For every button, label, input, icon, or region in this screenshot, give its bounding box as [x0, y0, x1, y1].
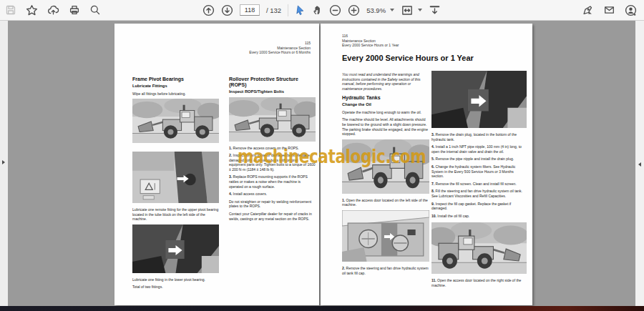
section-heading: Hydraulic Tanks — [342, 95, 429, 101]
toolbar: / 132 53.9% — [0, 0, 644, 21]
zoom-caret-icon[interactable] — [390, 9, 394, 11]
fit-width-icon[interactable] — [401, 4, 414, 16]
fit-caret-icon[interactable] — [418, 9, 422, 11]
section-heading: Rollover Protective Structure (ROPS) — [229, 76, 316, 88]
tools-pane-rail — [635, 20, 644, 306]
machine-photo — [229, 97, 316, 142]
numbered-step: 5. Remove the pipe nipple and install th… — [431, 157, 527, 162]
numbered-step: 4. Install a 1 inch NPT pipe nipple, 100… — [431, 144, 527, 154]
body-paragraph: Wipe all fittings before lubricating. — [132, 92, 219, 97]
header-interval: Every 1000 Service Hours or 6 Months — [249, 50, 311, 55]
body-paragraph: Contact your Caterpillar dealer for repa… — [229, 212, 316, 221]
numbered-step: 11. Open the access door located on the … — [431, 278, 527, 287]
page-number-input[interactable] — [240, 4, 260, 16]
body-paragraph: Do not straighten or repair by welding r… — [229, 199, 316, 209]
numbered-step: 3. Remove the drain plug, located in the… — [431, 132, 527, 142]
lower-pivot-closeup-photo — [132, 224, 219, 273]
step-number: 4. — [431, 144, 434, 149]
toolbar-center-group: / 132 53.9% — [203, 0, 441, 20]
step-number: 2. — [342, 266, 345, 270]
subsection-heading: Lubricate Fittings — [132, 84, 219, 89]
machine-photo — [132, 99, 219, 143]
step-text: Remove the fill screen. Clean and instal… — [436, 182, 517, 186]
left-page-column-1: Frame Pivot Bearings Lubricate Fittings … — [132, 76, 219, 292]
select-tool-icon[interactable] — [295, 4, 306, 16]
step-text: Open the access door located on the left… — [342, 198, 428, 207]
hand-tool-icon[interactable] — [312, 4, 323, 16]
toolbar-right-group — [582, 0, 637, 20]
upper-pivot-closeup-photo — [132, 152, 219, 203]
right-page-column-1: You must read and understand the warning… — [342, 72, 429, 278]
numbered-step: 7. Remove the fill screen. Clean and ins… — [431, 182, 527, 187]
account-icon[interactable] — [625, 4, 637, 16]
step-number: 3. — [431, 132, 434, 137]
subsection-heading: Inspect ROPS/Tighten Bolts — [229, 89, 316, 94]
navigation-pane-rail — [0, 20, 8, 306]
share-cloud-icon[interactable] — [47, 4, 59, 16]
numbered-step: 4. Install access covers. — [229, 192, 316, 197]
subsection-heading: Change the Oil — [342, 102, 429, 107]
step-text: Install the oil fill cap. — [437, 214, 469, 218]
header-interval: Every 2000 Service Hours or 1 Year — [342, 43, 399, 48]
step-number: 5. — [431, 157, 434, 161]
page-header: 115 Maintenance Section Every 1000 Servi… — [249, 41, 311, 55]
safety-notice: You must read and understand the warning… — [342, 72, 429, 91]
save-icon[interactable] — [5, 4, 16, 16]
toolbar-left-group — [5, 0, 101, 20]
step-number: 11. — [431, 278, 436, 282]
step-number: 7. — [431, 182, 434, 186]
page-header: 116 Maintenance Section Every 2000 Servi… — [342, 34, 399, 48]
step-text: Change the hydraulic system filters. See… — [431, 164, 515, 178]
body-paragraph: Lubricate one fitting in the lower pivot… — [132, 277, 219, 282]
zoom-level-label[interactable]: 53.9% — [366, 6, 386, 14]
step-number: 1. — [342, 198, 345, 202]
page-total-label: / 132 — [266, 6, 281, 14]
numbered-step: 2. Remove the steering and fan drive hyd… — [342, 266, 429, 275]
numbered-step: 1. Open the access door located on the l… — [342, 198, 429, 207]
step-number: 6. — [431, 164, 434, 169]
expand-left-pane-icon[interactable] — [2, 160, 5, 164]
step-text: Fill the steering and fan drive hydrauli… — [431, 189, 522, 198]
zoom-in-icon[interactable] — [348, 4, 360, 16]
pdf-reader-window: / 132 53.9% — [0, 0, 644, 311]
machine-right-side-photo — [431, 222, 527, 274]
step-text: Remove the steering and fan drive hydrau… — [342, 266, 429, 275]
numbered-step: 8. Fill the steering and fan drive hydra… — [431, 189, 527, 198]
zoom-out-icon[interactable] — [329, 4, 341, 16]
scroll-mode-icon[interactable] — [429, 4, 441, 16]
toolbar-divider — [288, 4, 288, 16]
step-number: 4. — [229, 192, 232, 196]
taskbar-edge-strip — [0, 306, 644, 311]
expand-right-pane-icon[interactable] — [638, 162, 641, 167]
step-text: Remove the drain plug, located in the bo… — [431, 132, 517, 142]
step-number: 3. — [229, 174, 232, 179]
step-text: Remove the pipe nipple and install the d… — [436, 157, 514, 161]
step-text: Install a 1 inch NPT pipe nipple, 100 mm… — [431, 144, 522, 154]
step-text: Inspect the fill cap gasket. Replace the… — [431, 202, 511, 211]
step-number: 2. — [229, 153, 232, 157]
section-heading: Frame Pivot Bearings — [132, 76, 219, 82]
page-up-icon[interactable] — [203, 4, 215, 16]
right-page-column-2: 3. Remove the drain plug, located in the… — [431, 71, 527, 291]
body-paragraph: Total of two fittings. — [132, 285, 219, 290]
search-icon[interactable] — [89, 4, 101, 16]
numbered-step: 9. Inspect the fill cap gasket. Replace … — [431, 202, 527, 211]
page-down-icon[interactable] — [221, 4, 233, 16]
body-paragraph: The machine should be level. All attachm… — [342, 117, 429, 136]
step-number: 9. — [431, 202, 434, 206]
step-number: 8. — [431, 189, 434, 193]
step-number: 10. — [431, 214, 436, 218]
numbered-step: 6. Change the hydraulic system filters. … — [431, 164, 527, 179]
fill-sign-pen-icon[interactable] — [582, 4, 594, 16]
numbered-step: 3. Replace ROPS mounting supports if the… — [229, 174, 316, 189]
numbered-step: 10. Install the oil fill cap. — [431, 214, 527, 219]
print-icon[interactable] — [69, 4, 80, 16]
chapter-title: Every 2000 Service Hours or 1 Year — [342, 54, 474, 62]
email-icon[interactable] — [603, 4, 615, 16]
step-text: Open the access door located on the righ… — [431, 278, 521, 287]
body-paragraph: Lubricate one remote fitting for the upp… — [132, 207, 219, 222]
step-text: Replace ROPS mounting supports if the RO… — [229, 174, 308, 188]
drain-plug-photo — [431, 71, 527, 128]
star-icon[interactable] — [26, 4, 38, 16]
step-text: Install access covers. — [233, 192, 268, 196]
